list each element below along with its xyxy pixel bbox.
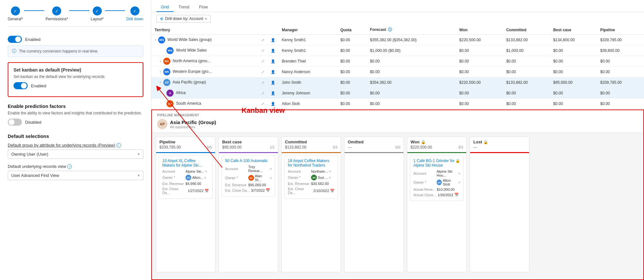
- group-by-select[interactable]: Owning User (User) ▾: [8, 150, 143, 159]
- card-est-close-row: Est. Close Da... 2/10/2022 📅: [288, 187, 335, 195]
- account-remove-icon[interactable]: ×: [329, 170, 331, 173]
- td-best-case: $0.00: [550, 88, 597, 99]
- wizard-steps: ✓ General* ✓ Permissions* ✓ Layout* ✓ Dr…: [8, 6, 143, 27]
- calendar-icon-2[interactable]: 📅: [454, 193, 459, 197]
- tab-grid[interactable]: Grid: [156, 3, 174, 12]
- td-committed: $0.00: [503, 99, 550, 109]
- card-est-close-val: 2/10/2022 📅: [313, 189, 335, 193]
- step-circle-layout: ✓: [93, 6, 102, 15]
- td-pipeline: $0.00: [597, 99, 644, 109]
- prediction-toggle-knob: [9, 119, 14, 125]
- td-pipeline: $0.00: [597, 67, 644, 77]
- kanban-col-pipeline: Pipeline $339,785.00 5/5 10 Airpot XL Co…: [156, 137, 215, 272]
- wizard-step-layout[interactable]: ✓ Layout*: [91, 6, 104, 21]
- col-amount-omitted: --- 0/0: [348, 145, 400, 150]
- card-title[interactable]: 1 Café BG-1 Grinder for Alpine Ski House: [413, 159, 455, 168]
- card-account-val: Alpine Ski Hou... ×: [437, 169, 460, 177]
- owner-remove-icon[interactable]: ×: [270, 176, 272, 180]
- owner-remove-icon[interactable]: ×: [458, 181, 460, 184]
- drill-chevron-icon: ▾: [205, 17, 207, 21]
- expand-icon[interactable]: ›: [155, 38, 156, 42]
- forecast-info-icon[interactable]: ⓘ: [388, 27, 392, 32]
- tab-flow[interactable]: Flow: [194, 3, 212, 12]
- td-pipeline: $0.00: [597, 56, 644, 67]
- kanban-col-header-omitted: Omitted --- 0/0: [345, 137, 403, 153]
- records-view-select[interactable]: User Advanced Find View ▾: [8, 171, 143, 180]
- td-link-icon[interactable]: ⤢: [258, 67, 268, 77]
- td-link-icon[interactable]: ⤢: [258, 45, 268, 56]
- step-circle-drilldown: ✓: [130, 6, 139, 15]
- col-amount-won: $220,500.00 3/3: [411, 145, 463, 150]
- kanban-col-header-committed: Committed $133,882.00 3/3: [282, 137, 341, 153]
- wizard-step-general[interactable]: ✓ General*: [8, 6, 23, 21]
- card-act-revenue-val: $10,000.00: [437, 188, 460, 191]
- calendar-icon[interactable]: 📅: [330, 189, 335, 193]
- card-account-label: Account: [413, 171, 435, 175]
- td-quota: $0.00: [337, 99, 367, 109]
- table-row[interactable]: A Africa ⤢ 👤 Jeremy Johnson $0.00 $0.00 …: [151, 88, 644, 99]
- td-committed: $0.00: [503, 56, 550, 67]
- card-owner-label: Owner *: [413, 180, 435, 184]
- td-person-icon[interactable]: 👤: [268, 45, 279, 56]
- kanban-enabled-toggle[interactable]: [14, 82, 28, 89]
- expand-icon[interactable]: ›: [160, 70, 161, 73]
- card-title[interactable]: 18 Airpot Coffee Makers for Northwind Tr…: [288, 159, 335, 168]
- calendar-icon[interactable]: 📅: [204, 189, 209, 193]
- expand-icon[interactable]: ›: [160, 59, 161, 63]
- kanban-col-won: Won🔒 $220,500.00 3/3 1 Café BG-1 Grinder…: [407, 137, 467, 272]
- td-quota: $0.00: [337, 45, 367, 56]
- enabled-label: Enabled: [25, 37, 41, 42]
- card-title[interactable]: 10 Airpot XL Coffee Makers for Alpine Sk…: [162, 159, 209, 168]
- card-owner-row: Owner * AS Alton Stott ×: [413, 179, 460, 186]
- drill-down-button[interactable]: ⊕ Drill down by: Account ▾: [156, 15, 211, 23]
- table-row[interactable]: › NA North America (grou... ⤢ 👤 Brenden …: [151, 56, 644, 67]
- account-remove-icon[interactable]: ×: [205, 170, 207, 173]
- card-title[interactable]: 50 Café A-100 Automatic: [225, 159, 268, 163]
- td-committed: $133,882.00: [503, 77, 550, 88]
- enabled-toggle[interactable]: [8, 36, 22, 43]
- wizard-step-permissions[interactable]: ✓ Permissions*: [45, 6, 68, 21]
- table-row[interactable]: › AP Asia Pacific (group) ⤢ 👤 John Smith…: [151, 77, 644, 88]
- records-view-info-icon[interactable]: i: [67, 164, 72, 169]
- prediction-toggle[interactable]: [8, 119, 22, 126]
- records-view-label-text: Default underlying records view: [8, 164, 66, 169]
- expand-icon[interactable]: ›: [160, 80, 161, 84]
- left-panel: ✓ General* ✓ Permissions* ✓ Layout* ✓ Dr…: [0, 0, 151, 280]
- td-person-icon[interactable]: 👤: [268, 88, 279, 99]
- card-est-revenue-val: $4,990.00: [185, 182, 209, 186]
- td-manager: Brenden Thiel: [279, 56, 337, 67]
- tab-trend[interactable]: Trend: [174, 3, 194, 12]
- td-link-icon[interactable]: ⤢: [258, 88, 268, 99]
- td-won: $0.00: [456, 67, 503, 77]
- step-label-general: General*: [8, 17, 23, 21]
- td-person-icon[interactable]: 👤: [268, 35, 279, 45]
- table-row[interactable]: SA South America ⤢ 👤 Alton Stott $0.00 $…: [151, 99, 644, 109]
- kanban-default-box: Set kanban as default (Preview) Set kanb…: [8, 62, 143, 97]
- table-row[interactable]: › WS World Wide Sales (group) ⤢ 👤 Kenny …: [151, 35, 644, 45]
- td-link-icon[interactable]: ⤢: [258, 77, 268, 88]
- card-account-val: Northwin... ×: [311, 169, 335, 173]
- account-remove-icon[interactable]: ×: [270, 167, 272, 171]
- td-manager: Alton Stott: [279, 99, 337, 109]
- kanban-card: 1 Café BG-1 Grinder for Alpine Ski House…: [410, 156, 464, 201]
- wizard-step-drilldown[interactable]: ✓ Drill down: [126, 6, 143, 21]
- td-person-icon[interactable]: 👤: [268, 77, 279, 88]
- owner-remove-icon[interactable]: ×: [204, 176, 206, 179]
- calendar-icon[interactable]: 📅: [266, 188, 270, 192]
- toggle-knob: [15, 36, 21, 42]
- td-person-icon[interactable]: 👤: [268, 56, 279, 67]
- table-row[interactable]: › WE Western Europe (gro... ⤢ 👤 Nancy An…: [151, 67, 644, 77]
- group-by-info-icon[interactable]: i: [117, 143, 121, 148]
- wizard-connector-2: [69, 10, 89, 11]
- card-account-row: Account Alpine Ski Hou... ×: [413, 169, 460, 177]
- col-count-badge: 1/1: [270, 145, 275, 149]
- owner-remove-icon[interactable]: ×: [329, 176, 331, 179]
- td-link-icon[interactable]: ⤢: [258, 56, 268, 67]
- step-circle-permissions: ✓: [52, 6, 61, 15]
- td-link-icon[interactable]: ⤢: [258, 35, 268, 45]
- table-row[interactable]: WS World Wide Sales ⤢ 👤 Kenny Smith1 $0.…: [151, 45, 644, 56]
- kanban-col-body-omitted: [345, 153, 403, 272]
- card-est-revenue-val: $30,582.00: [311, 182, 335, 186]
- account-remove-icon[interactable]: ×: [458, 172, 460, 175]
- td-person-icon[interactable]: 👤: [268, 67, 279, 77]
